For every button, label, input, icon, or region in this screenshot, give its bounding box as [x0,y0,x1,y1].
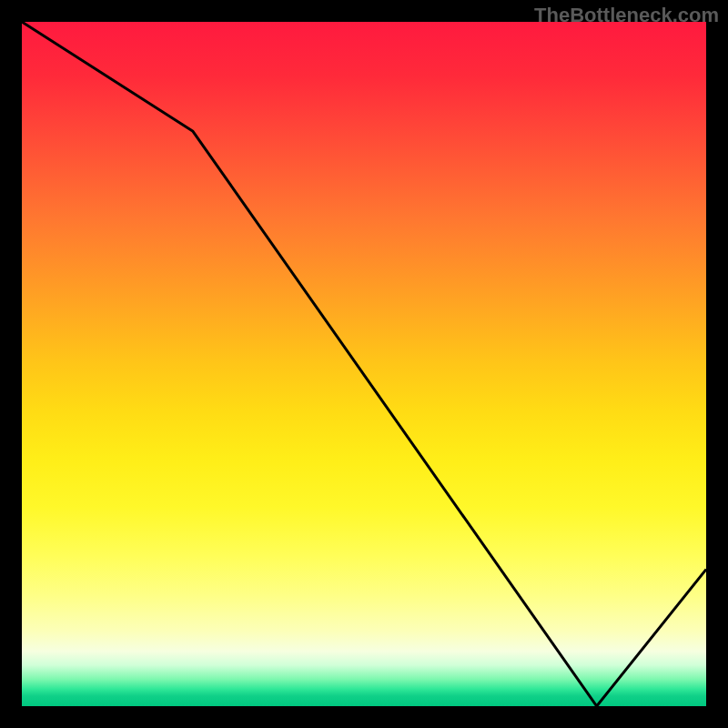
data-line [22,22,706,706]
plot-area [22,22,706,706]
chart-container: TheBottleneck.com [0,0,728,728]
attribution-text: TheBottleneck.com [534,4,719,27]
line-chart-svg [22,22,706,706]
